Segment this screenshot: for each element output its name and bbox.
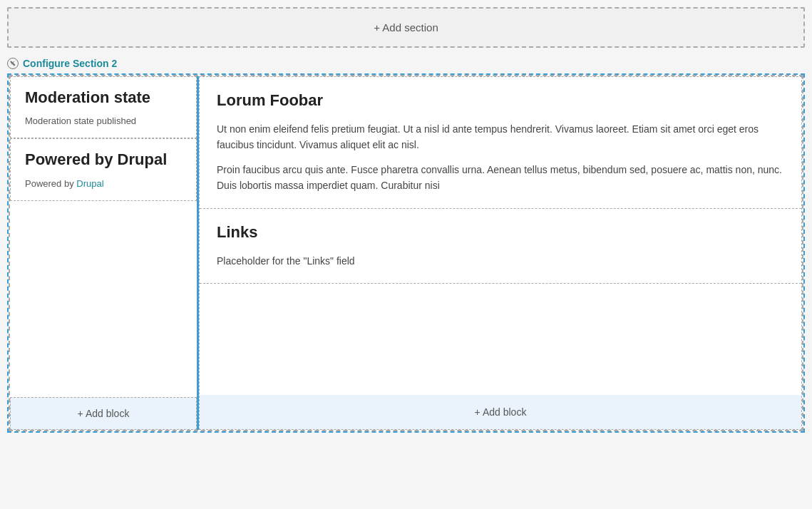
left-sidebar: Moderation state Moderation state publis… — [10, 76, 199, 430]
powered-by-text: Powered by — [25, 178, 76, 189]
configure-section-label[interactable]: Configure Section 2 — [23, 58, 117, 69]
drupal-link[interactable]: Drupal — [76, 178, 103, 189]
right-content: Lorum Foobar Ut non enim eleifend felis … — [199, 76, 802, 430]
links-placeholder: Placeholder for the "Links" field — [217, 253, 784, 269]
add-block-bottom-button[interactable]: + Add block — [200, 395, 801, 429]
add-block-bottom-label: + Add block — [475, 406, 527, 418]
lorum-foobar-block: Lorum Foobar Ut non enim eleifend felis … — [200, 77, 801, 209]
moderation-state-subtitle: Moderation state published — [25, 115, 182, 126]
lorum-foobar-title: Lorum Foobar — [217, 91, 784, 110]
section-wrapper: Moderation state Moderation state publis… — [7, 73, 805, 433]
configure-section-header: × Configure Section 2 — [7, 56, 805, 71]
close-x-label: × — [11, 60, 15, 67]
powered-by-drupal-subtitle: Powered by Drupal — [25, 178, 182, 189]
add-block-sidebar-button[interactable]: + Add block — [10, 397, 197, 430]
add-section-bar[interactable]: + Add section — [7, 7, 805, 48]
lorum-foobar-para-1: Ut non enim eleifend felis pretium feugi… — [217, 121, 784, 153]
add-section-label: + Add section — [374, 21, 438, 34]
powered-by-drupal-block: Powered by Drupal Powered by Drupal — [10, 138, 197, 200]
moderation-state-block: Moderation state Moderation state publis… — [10, 76, 197, 138]
section-container: Moderation state Moderation state publis… — [9, 75, 803, 431]
close-icon[interactable]: × — [7, 58, 19, 69]
links-block: Links Placeholder for the "Links" field — [200, 209, 801, 284]
lorum-foobar-para-2: Proin faucibus arcu quis ante. Fusce pha… — [217, 162, 784, 194]
add-block-sidebar-label: + Add block — [78, 408, 130, 419]
powered-by-drupal-title: Powered by Drupal — [25, 150, 182, 169]
links-title: Links — [217, 223, 784, 242]
moderation-state-title: Moderation state — [25, 88, 182, 107]
